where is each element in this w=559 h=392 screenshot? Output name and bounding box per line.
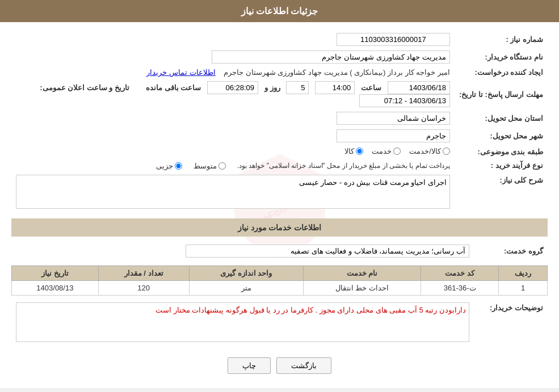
watermark-area: AnaFender.net شماره نیاز : نام (11, 31, 548, 380)
sharh-textarea[interactable] (16, 175, 450, 209)
col-tedad: تعداد / مقدار (98, 265, 189, 280)
info-table-1: شماره نیاز : نام دستگاه خریدار: (11, 31, 548, 213)
radio-kala-item[interactable]: کالا (344, 147, 363, 155)
baqi-mande-label: ساعت باقی مانده (146, 83, 201, 92)
etelaat-tamas-link[interactable]: اطلاعات تماس خریدار (146, 68, 215, 77)
nam-dastgah-label: نام دستگاه خریدار: (455, 48, 548, 66)
ostan-value (11, 109, 455, 127)
radio-kala-label: کالا (344, 147, 354, 155)
farayand-text: پرداخت تمام یا بخشی از مبلغ خریدار از مح… (237, 162, 450, 170)
radio-motavasset-item[interactable]: متوسط (194, 162, 226, 170)
main-container: جزئیات اطلاعات نیاز AnaFender.net شماره … (0, 0, 559, 388)
radio-khedmat[interactable] (393, 147, 401, 155)
noe-farayand-value: پرداخت تمام یا بخشی از مبلغ خریدار از مح… (11, 159, 455, 172)
group-service-table: گروه خدمت: (11, 241, 548, 261)
shomara-niaz-label: شماره نیاز : (455, 31, 548, 48)
radio-jozyi[interactable] (175, 162, 182, 170)
col-name: نام خدمت (303, 265, 421, 280)
ijad-konande-value: امیر خواجه کار برداز (بیمانکاری ) مدیریت… (11, 66, 455, 79)
ostan-input[interactable] (337, 112, 450, 125)
radio-kala[interactable] (356, 147, 363, 155)
date-input[interactable] (388, 81, 450, 94)
nam-dastgah-input[interactable] (212, 50, 450, 64)
radio-khedmat-item[interactable]: خدمت (372, 147, 401, 155)
radio-kala-khedmat[interactable] (443, 147, 450, 155)
description-text: دارابودن رتبه 5 آب مقبی های محلی دارای م… (155, 306, 466, 314)
ostan-label: استان محل تحویل: (455, 109, 548, 127)
tabaqe-radio-group: کالا/خدمت خدمت کالا (344, 147, 450, 155)
col-radif: ردیف (499, 265, 548, 280)
page-header: جزئیات اطلاعات نیاز (0, 0, 559, 22)
description-box: دارابودن رتبه 5 آب مقبی های محلی دارای م… (16, 302, 469, 342)
cell-name: احداث خط انتقال (303, 280, 421, 295)
mohlat-row: ساعت روز و ساعت باقی مانده (11, 79, 455, 109)
nam-dastgah-value (11, 48, 455, 66)
noe-farayand-label: نوع فرآیند خرید : (455, 159, 548, 172)
cell-tarikh: 1403/08/13 (12, 280, 99, 295)
tarikh-elan-input[interactable] (359, 94, 450, 107)
radio-jozyi-label: جزیی (156, 162, 173, 170)
chap-button[interactable]: چاپ (228, 357, 271, 374)
shahr-input[interactable] (337, 129, 450, 142)
ijad-konande-text: امیر خواجه کار برداز (بیمانکاری ) مدیریت… (224, 68, 450, 77)
services-section-header: اطلاعات خدمات مورد نیاز (11, 218, 548, 237)
cell-radif: 1 (499, 280, 548, 295)
radio-jozyi-item[interactable]: جزیی (156, 162, 182, 170)
radio-motavasset-label: متوسط (194, 162, 217, 170)
shahr-label: شهر محل تحویل: (455, 127, 548, 145)
page-title: جزئیات اطلاعات نیاز (241, 6, 318, 16)
ijad-konande-label: ایجاد کننده درخواست: (455, 66, 548, 79)
tarikh-elan-label: تاریخ و ساعت اعلان عمومی: (40, 83, 129, 92)
col-tarikh: تاریخ نیاز (12, 265, 99, 280)
cell-code: ت-36-361 (421, 280, 498, 295)
purchase-options: پرداخت تمام یا بخشی از مبلغ خریدار از مح… (156, 162, 450, 170)
content-area: AnaFender.net شماره نیاز : نام (0, 22, 559, 388)
services-table: ردیف کد خدمت نام خدمت واحد اندازه گیری ت… (11, 265, 548, 296)
saat-input[interactable] (315, 81, 355, 94)
shomara-niaz-value (74, 31, 455, 48)
radio-khedmat-label: خدمت (372, 147, 392, 155)
description-table: توضیحات خریدار: دارابودن رتبه 5 آب مقبی … (11, 300, 548, 344)
mohlat-label: مهلت ارسال پاسخ: تا تاریخ: (455, 79, 548, 109)
shahr-value (11, 127, 455, 145)
tabaqe-label: طبقه بندی موضوعی: (455, 145, 548, 159)
group-khedmat-label: گروه خدمت: (474, 241, 548, 261)
radio-kala-khedmat-item[interactable]: کالا/خدمت (409, 147, 450, 155)
sharh-value (11, 172, 455, 213)
buttons-row: بازگشت چاپ (11, 349, 548, 380)
col-code: کد خدمت (421, 265, 498, 280)
radio-kala-khedmat-label: کالا/خدمت (409, 147, 441, 155)
shomara-niaz-input[interactable] (337, 33, 450, 46)
description-value: دارابودن رتبه 5 آب مقبی های محلی دارای م… (11, 300, 474, 344)
group-khedmat-value (11, 241, 474, 261)
baqi-input[interactable] (207, 81, 258, 94)
group-khedmat-input[interactable] (186, 245, 469, 258)
description-label: توضیحات خریدار: (474, 300, 548, 344)
cell-vahed: متر (189, 280, 303, 295)
roz-label: روز و (264, 83, 280, 92)
tabaqe-value: کالا/خدمت خدمت کالا (11, 145, 455, 159)
row-content: شماره نیاز : نام دستگاه خریدار: (11, 31, 548, 380)
roz-input[interactable] (286, 81, 309, 94)
table-row: 1 ت-36-361 احداث خط انتقال متر 120 1403/… (12, 280, 548, 295)
col-vahed: واحد اندازه گیری (189, 265, 303, 280)
sharh-label: شرح کلی نیاز: (455, 172, 548, 213)
radio-motavasset[interactable] (218, 162, 226, 170)
bazgasht-button[interactable]: بازگشت (276, 357, 331, 374)
saat-label: ساعت (361, 83, 381, 92)
cell-tedad: 120 (98, 280, 189, 295)
